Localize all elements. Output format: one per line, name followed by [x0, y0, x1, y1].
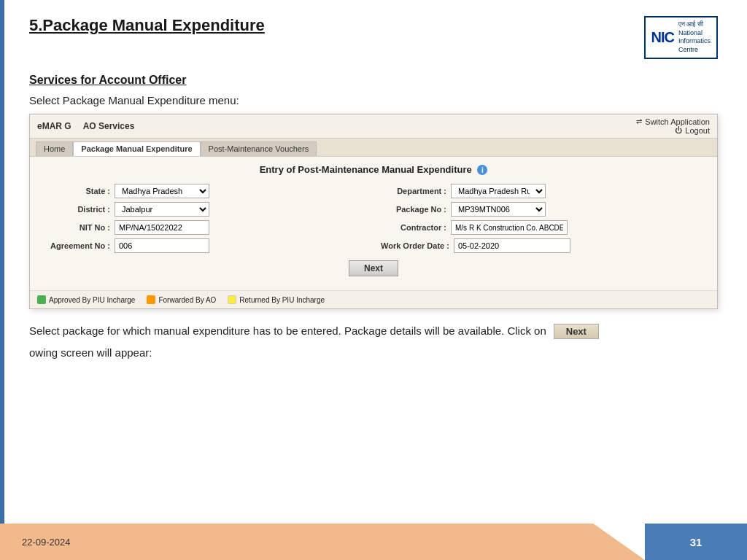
contractor-row: Contractor :	[381, 220, 703, 235]
app-nav-right: ⇌ Switch Application ⏻ Logout	[636, 117, 710, 135]
tab-post-maintenance-vouchers[interactable]: Post-Maintenance Vouchers	[201, 141, 317, 156]
agreement-row: Agreement No :	[44, 238, 366, 253]
form-area: Entry of Post-Maintenance Manual Expendi…	[30, 157, 717, 291]
legend-forwarded: Forwarded By AO	[147, 295, 216, 304]
legend-returned: Returned By PIU Incharge	[228, 295, 325, 304]
state-row: State : Madhya Pradesh	[44, 184, 366, 198]
agreement-input[interactable]	[115, 238, 209, 253]
workorder-label: Work Order Date :	[381, 241, 449, 250]
app-header-bar: eMAR G AO Services ⇌ Switch Application …	[30, 114, 717, 139]
agreement-label: Agreement No :	[44, 241, 110, 250]
screenshot-box: eMAR G AO Services ⇌ Switch Application …	[29, 114, 718, 310]
ao-services-label: AO Services	[83, 121, 135, 131]
emarg-label: eMAR G	[37, 121, 71, 131]
package-select[interactable]: MP39MTN006	[451, 202, 546, 217]
footer-date-area: 22-09-2024	[0, 524, 645, 560]
tab-package-manual-expenditure[interactable]: Package Manual Expenditure	[73, 141, 200, 156]
form-title: Entry of Post-Maintenance Manual Expendi…	[44, 164, 703, 176]
nav-tabs: Home Package Manual Expenditure Post-Mai…	[30, 139, 717, 157]
logout-link[interactable]: ⏻ Logout	[675, 126, 710, 135]
instruction-before: Select Package Manual Expenditure menu:	[0, 91, 747, 114]
nit-input[interactable]	[115, 220, 209, 235]
app-nav-left: eMAR G AO Services	[37, 121, 134, 131]
nic-letters: NIC	[651, 29, 674, 46]
approved-dot	[37, 295, 46, 304]
page-footer: 22-09-2024 31	[0, 524, 747, 560]
nic-tagline: एन आई सी National Informatics Centre	[678, 20, 711, 55]
nic-logo: NIC एन आई सी National Informatics Centre	[644, 16, 718, 59]
instruction-after-2: owing screen will appear:	[29, 344, 152, 362]
workorder-row: Work Order Date :	[381, 238, 703, 253]
nit-label: NIT No :	[44, 223, 110, 232]
page-title: 5.Package Manual Expenditure	[29, 16, 265, 35]
department-row: Department : Madhya Pradesh Rural Road	[381, 184, 703, 198]
package-label: Package No :	[381, 205, 446, 214]
form-next-button[interactable]: Next	[349, 260, 398, 276]
forwarded-dot	[147, 295, 155, 304]
district-label: District :	[44, 205, 110, 214]
department-label: Department :	[381, 187, 446, 195]
switch-application-link[interactable]: ⇌ Switch Application	[636, 117, 710, 126]
left-accent-bar	[0, 0, 4, 560]
department-select[interactable]: Madhya Pradesh Rural Road	[451, 184, 546, 198]
instruction-after-1: Select package for which manual expendit…	[29, 322, 546, 340]
nit-row: NIT No :	[44, 220, 366, 235]
form-left-col: State : Madhya Pradesh District : Jabalp…	[44, 184, 366, 253]
footer-page-number: 31	[645, 524, 747, 560]
footer-date: 22-09-2024	[22, 537, 71, 548]
bottom-instruction: Select package for which manual expendit…	[0, 309, 747, 369]
workorder-input[interactable]	[454, 238, 570, 253]
tab-home[interactable]: Home	[36, 141, 73, 156]
section-heading: Services for Account Officer	[0, 66, 747, 91]
state-select[interactable]: Madhya Pradesh	[115, 184, 209, 198]
state-label: State :	[44, 187, 110, 195]
info-icon: i	[477, 165, 487, 175]
form-grid: State : Madhya Pradesh District : Jabalp…	[44, 184, 703, 253]
returned-dot	[228, 295, 236, 304]
legend-bar: Approved By PIU Incharge Forwarded By AO…	[30, 290, 717, 308]
form-right-col: Department : Madhya Pradesh Rural Road P…	[381, 184, 703, 253]
district-select[interactable]: Jabalpur	[115, 202, 209, 217]
package-row: Package No : MP39MTN006	[381, 202, 703, 217]
page-header: 5.Package Manual Expenditure NIC एन आई स…	[0, 0, 747, 66]
forwarded-label: Forwarded By AO	[158, 296, 216, 304]
contractor-label: Contractor :	[381, 223, 446, 232]
approved-label: Approved By PIU Incharge	[49, 296, 135, 304]
inline-next-button[interactable]: Next	[554, 324, 599, 339]
next-btn-row: Next	[44, 260, 703, 276]
legend-approved: Approved By PIU Incharge	[37, 295, 135, 304]
returned-label: Returned By PIU Incharge	[239, 296, 325, 304]
district-row: District : Jabalpur	[44, 202, 366, 217]
contractor-input[interactable]	[451, 220, 568, 235]
